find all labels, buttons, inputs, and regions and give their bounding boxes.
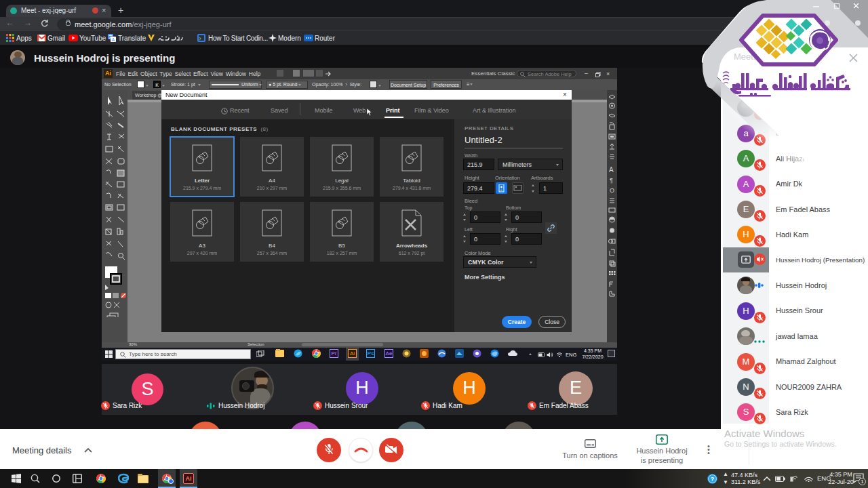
- svg-text:O: O: [610, 187, 614, 194]
- svg-text:B5: B5: [338, 243, 345, 249]
- svg-text:210 x 297 mm: 210 x 297 mm: [257, 186, 288, 190]
- svg-text:215.9 x 355.6 mm: 215.9 x 355.6 mm: [323, 186, 361, 190]
- svg-text:Letter: Letter: [195, 178, 210, 184]
- svg-text:612 x 792 pt: 612 x 792 pt: [399, 251, 425, 256]
- svg-text:A: A: [609, 166, 614, 174]
- svg-text:B4: B4: [269, 243, 275, 249]
- svg-text:182 x 257 mm: 182 x 257 mm: [327, 251, 357, 256]
- svg-text:A3: A3: [199, 243, 205, 249]
- svg-text:Tabloid: Tabloid: [403, 178, 420, 184]
- svg-text:Arrowheads: Arrowheads: [396, 243, 428, 249]
- svg-text:215.9 x 279.4 mm: 215.9 x 279.4 mm: [183, 186, 221, 190]
- svg-text:A: A: [112, 37, 115, 42]
- svg-text:279.4 x 431.8 mm: 279.4 x 431.8 mm: [393, 186, 431, 190]
- svg-text:¶: ¶: [610, 177, 613, 184]
- svg-text:297 x 420 mm: 297 x 420 mm: [187, 251, 218, 256]
- svg-text:257 x 364 mm: 257 x 364 mm: [257, 251, 288, 256]
- svg-text:Legal: Legal: [335, 178, 349, 184]
- svg-text:A4: A4: [269, 178, 275, 184]
- svg-text:?: ?: [711, 476, 715, 483]
